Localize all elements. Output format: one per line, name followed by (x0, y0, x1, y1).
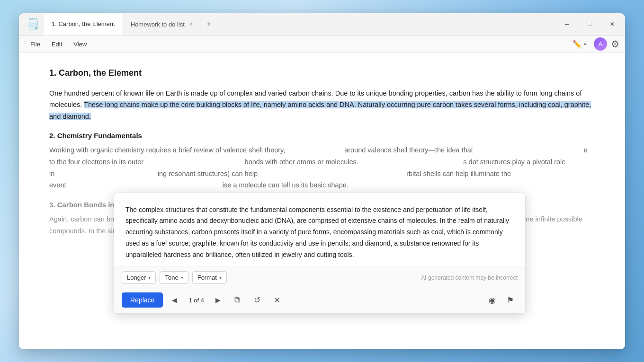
titlebar: 🗒️ 1. Carbon, the Element Homework to do… (19, 13, 625, 36)
tab-close-icon[interactable]: × (189, 21, 192, 27)
popup-actions: Replace ◀ 1 of 4 ▶ ⧉ ↺ ✕ ◉ ⚑ (114, 289, 525, 313)
popup-toolbar: Longer ▾ Tone ▾ Format ▾ AI-generated co… (114, 266, 525, 289)
replace-button[interactable]: Replace (122, 292, 163, 308)
menu-file[interactable]: File (25, 39, 46, 50)
para1-highlighted: These long chains make up the core build… (49, 101, 591, 120)
format-dropdown[interactable]: Format ▾ (192, 271, 227, 284)
nav-prev-button[interactable]: ◀ (168, 293, 181, 307)
ai-chevron-icon: ▾ (584, 42, 586, 47)
app-icon: 🗒️ (27, 18, 39, 30)
minimize-button[interactable]: ─ (556, 17, 578, 32)
nav-next-button[interactable]: ▶ (212, 293, 225, 307)
popup-actions-right: ◉ ⚑ (484, 292, 518, 308)
format-label: Format (197, 274, 217, 281)
menubar-right: ✏️ ▾ A ⚙ (569, 37, 619, 51)
close-button[interactable]: ✕ (601, 17, 623, 32)
longer-dropdown[interactable]: Longer ▾ (122, 271, 156, 284)
close-popup-button[interactable]: ✕ (269, 292, 285, 308)
window-controls: ─ □ ✕ (556, 17, 623, 32)
tab-add-button[interactable]: + (200, 13, 217, 36)
copy-button[interactable]: ⧉ (230, 292, 245, 308)
like-button[interactable]: ◉ (484, 292, 500, 308)
ai-disclaimer: AI-generated content may be incorrect (421, 274, 518, 281)
format-chevron-icon: ▾ (219, 275, 222, 280)
ai-tools-button[interactable]: ✏️ ▾ (569, 38, 590, 51)
tab-homework[interactable]: Homework to do list × (123, 13, 201, 36)
tab-homework-label: Homework to do list (131, 21, 185, 28)
menubar: File Edit View ✏️ ▾ A ⚙ (19, 36, 625, 53)
popup-text-area: The complex structures that constitute t… (114, 193, 525, 267)
tone-chevron-icon: ▾ (181, 275, 183, 280)
popup-text: The complex structures that constitute t… (125, 206, 509, 258)
tone-dropdown[interactable]: Tone ▾ (160, 271, 188, 284)
settings-icon[interactable]: ⚙ (611, 38, 619, 50)
longer-chevron-icon: ▾ (148, 275, 151, 280)
tab-active-label: 1. Carbon, the Element (52, 20, 115, 27)
maximize-button[interactable]: □ (579, 17, 600, 32)
content-area: 1. Carbon, the Element One hundred perce… (19, 53, 625, 349)
nav-counter: 1 of 4 (186, 297, 207, 304)
main-window: 🗒️ 1. Carbon, the Element Homework to do… (19, 13, 625, 349)
refresh-button[interactable]: ↺ (250, 292, 265, 308)
section2-title: 2. Chemistry Fundamentals (49, 132, 595, 140)
user-avatar[interactable]: A (594, 37, 607, 51)
longer-label: Longer (127, 274, 146, 281)
menu-view[interactable]: View (68, 39, 92, 50)
menu-edit[interactable]: Edit (46, 39, 68, 50)
para2: Working with organic chemistry requires … (49, 144, 595, 191)
section1-title: 1. Carbon, the Element (49, 68, 595, 78)
copilot-popup: The complex structures that constitute t… (114, 193, 526, 314)
tab-active[interactable]: 1. Carbon, the Element (44, 13, 123, 36)
flag-button[interactable]: ⚑ (502, 292, 518, 308)
para1: One hundred percent of known life on Ear… (49, 88, 595, 123)
tone-label: Tone (165, 274, 178, 281)
ai-pencil-icon: ✏️ (572, 40, 582, 49)
